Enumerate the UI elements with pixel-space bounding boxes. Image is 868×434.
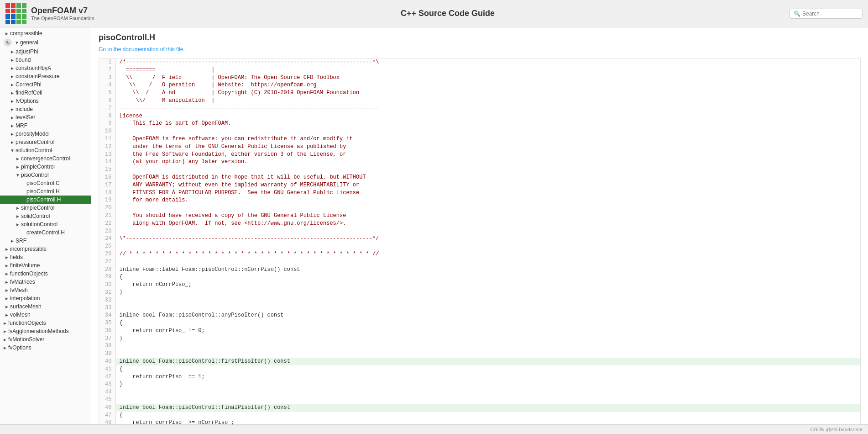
line-code [115,166,860,174]
code-line: 21 You should have received a copy of th… [99,212,860,220]
sidebar-item-label: bound [16,57,91,63]
sidebar-item-pressureControl[interactable]: ►pressureControl [0,138,91,146]
sidebar-item-SRF[interactable]: ►SRF [0,237,91,245]
line-number: 48 [99,419,115,424]
sidebar-item-functionObjects2[interactable]: ►functionObjects [0,319,91,327]
sync-button[interactable]: ↻ [4,38,12,47]
line-number: 11 [99,135,115,143]
doc-link[interactable]: Go to the documentation of this file. [99,46,861,53]
sidebar-item-MRF[interactable]: ►MRF [0,122,91,130]
line-code: { [115,365,860,373]
sidebar-item-label: functionObjects [8,320,91,326]
arrow-icon: ► [9,99,16,104]
line-number: 12 [99,143,115,151]
line-number: 47 [99,412,115,419]
line-code [115,127,860,135]
sidebar-item-finiteVolume[interactable]: ►finiteVolume [0,261,91,270]
sidebar-item-fvMotionSolver[interactable]: ►fvMotionSolver [0,335,91,344]
sidebar-item-compressible[interactable]: ►compressible [0,29,91,37]
code-line: 12 under the terms of the GNU General Pu… [99,143,860,151]
logo-title: OpenFOAM v7 [31,6,94,16]
content: pisoControll.H Go to the documentation o… [91,27,868,424]
code-container[interactable]: 1/*-------------------------------------… [99,58,861,424]
arrow-icon: ► [15,214,21,219]
sidebar-item-simpleControl[interactable]: ►simpleControl [0,204,91,212]
code-line: 10 [99,127,860,135]
sidebar-item-fvOptions[interactable]: ►fvOptions [0,344,91,352]
sidebar-item-constrainPressure[interactable]: ►constrainPressure [0,72,91,80]
sidebar-item-pisoControl.C[interactable]: pisoControl.C [0,179,91,187]
code-line: 5 \\ / A nd | Copyright (C) 2018-2019 Op… [99,89,860,97]
code-line: 23 [99,228,860,235]
sidebar-item-pisoControl.H[interactable]: pisoControl.H [0,187,91,196]
sidebar-item-label: constrainHbyA [16,65,91,71]
sidebar-item-createControl.H[interactable]: createControl.H [0,228,91,237]
line-code: \\/ M anipulation | [115,97,860,105]
sidebar-item-label: interpolation [10,295,91,302]
sidebar-item-general[interactable]: ↻▼general [0,37,91,48]
arrow-icon: ► [9,123,16,128]
sidebar-item-levelSet[interactable]: ►levelSet [0,113,91,122]
sidebar-item-label: MRF [16,122,91,129]
arrow-icon: ► [9,132,16,137]
code-line: 40inline bool Foam::pisoControl::firstPi… [99,358,860,365]
sidebar-item-label: fields [10,254,91,260]
arrow-icon: ► [4,31,10,36]
line-number: 1 [99,58,115,66]
line-number: 30 [99,281,115,289]
sidebar-item-pimpleControl[interactable]: ►pimpleControl [0,163,91,171]
line-code: You should have received a copy of the G… [115,212,860,220]
sidebar-item-label: solutionControl [21,221,91,228]
line-code [115,388,860,396]
arrow-icon: ▼ [14,40,20,45]
sidebar-item-fvMesh[interactable]: ►fvMesh [0,286,91,294]
sidebar-item-adjustPhi[interactable]: ►adjustPhi [0,48,91,56]
sidebar-item-solutionControl[interactable]: ▼solutionControl [0,146,91,154]
sidebar-item-interpolation[interactable]: ►interpolation [0,294,91,302]
sidebar-item-label: general [20,39,91,46]
footer: CSDN @zhl-handsome [0,424,868,434]
sidebar-item-findRefCell[interactable]: ►findRefCell [0,89,91,97]
code-line: 34inline bool Foam::pisoControl::anyPiso… [99,312,860,319]
sidebar-item-bound[interactable]: ►bound [0,56,91,64]
sidebar-item-label: fvAgglomerationMethods [8,328,91,334]
sidebar-item-pisoControl[interactable]: ▼pisoControl [0,171,91,179]
sidebar-item-fvOptions[interactable]: ►fvOptions [0,97,91,105]
line-number: 18 [99,189,115,197]
sidebar-item-include[interactable]: ►include [0,105,91,113]
sidebar-item-constrainHbyA[interactable]: ►constrainHbyA [0,64,91,72]
arrow-icon: ► [15,222,21,227]
sidebar-item-surfaceMesh[interactable]: ►surfaceMesh [0,302,91,311]
line-number: 44 [99,388,115,396]
arrow-icon: ► [15,206,21,211]
line-code [115,243,860,250]
sidebar-item-fields[interactable]: ►fields [0,253,91,261]
arrow-icon: ► [9,82,16,87]
line-code: \\ / A nd | Copyright (C) 2018-2019 Open… [115,89,860,97]
sidebar-item-CorrectPhi[interactable]: ►CorrectPhi [0,80,91,89]
sidebar-item-label: include [16,106,91,112]
line-code: { [115,273,860,281]
line-number: 24 [99,235,115,243]
sidebar-item-solidControl[interactable]: ►solidControl [0,212,91,220]
sidebar-item-label: fvOptions [16,98,91,104]
sidebar-item-incompressible[interactable]: ►incompressible [0,245,91,253]
sidebar-item-pisoControll.H[interactable]: pisoControll.H [0,196,91,204]
line-code: the Free Software Foundation, either ver… [115,151,860,159]
sidebar-item-convergenceControl[interactable]: ►convergenceControl [0,154,91,163]
sidebar-item-volMesh[interactable]: ►volMesh [0,311,91,319]
sidebar-item-porosityModel[interactable]: ►porosityModel [0,130,91,138]
line-code [115,350,860,358]
sidebar-item-fvMatrices[interactable]: ►fvMatrices [0,278,91,286]
search-box[interactable]: 🔍 [790,9,863,19]
sidebar-item-solutionControl2[interactable]: ►solutionControl [0,220,91,228]
search-input[interactable] [802,11,848,17]
sidebar-item-functionObjects[interactable]: ►functionObjects [0,270,91,278]
sidebar-item-fvAgglomerationMethods[interactable]: ►fvAgglomerationMethods [0,327,91,335]
line-number: 42 [99,373,115,381]
line-code [115,228,860,235]
logo-grid [5,3,26,24]
arrow-icon: ► [9,90,16,95]
code-line: 3 \\ / F ield | OpenFOAM: The Open Sourc… [99,74,860,82]
line-number: 36 [99,327,115,335]
